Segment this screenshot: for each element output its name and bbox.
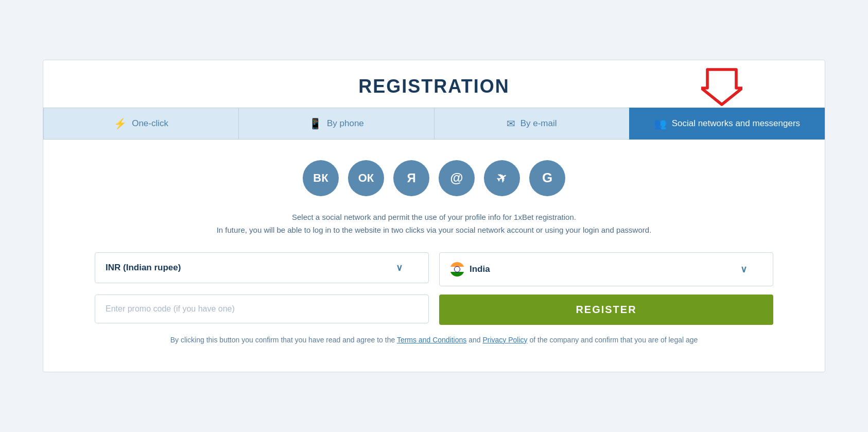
- telegram-button[interactable]: ✈: [484, 160, 520, 196]
- phone-icon: 📱: [309, 117, 322, 130]
- legal-text-before: By clicking this button you confirm that…: [170, 336, 395, 344]
- svg-marker-0: [701, 70, 742, 105]
- mailru-button[interactable]: @: [439, 160, 475, 196]
- tab-by-phone-label: By phone: [327, 118, 364, 129]
- description-line1: Select a social network and permit the u…: [95, 211, 773, 224]
- telegram-icon: ✈: [494, 169, 510, 186]
- country-label: India: [470, 264, 490, 274]
- lightning-icon: ⚡: [114, 117, 127, 130]
- tab-one-click-label: One-click: [132, 118, 168, 129]
- currency-select[interactable]: INR (Indian rupee) ∨: [95, 252, 429, 283]
- tab-social[interactable]: 👥 Social networks and messengers: [629, 108, 825, 140]
- description-line2: In future, you will be able to log in to…: [95, 223, 773, 237]
- register-field: REGISTER: [439, 295, 773, 325]
- tab-by-email-label: By e-mail: [520, 118, 557, 129]
- arrow-down-icon: [701, 65, 742, 107]
- promo-register-row: REGISTER: [95, 295, 773, 325]
- registration-container: REGISTRATION ⚡ One-click 📱 By phone ✉ By…: [43, 60, 825, 373]
- arrow-indicator: [701, 65, 742, 109]
- vk-button[interactable]: ВК: [303, 160, 339, 196]
- social-icon: 👥: [654, 117, 667, 130]
- terms-link[interactable]: Terms and Conditions: [397, 336, 466, 344]
- description-text: Select a social network and permit the u…: [95, 211, 773, 237]
- ok-icon: ОК: [358, 171, 374, 185]
- tabs-row: ⚡ One-click 📱 By phone ✉ By e-mail 👥 Soc…: [43, 108, 825, 140]
- tab-one-click[interactable]: ⚡ One-click: [43, 108, 238, 140]
- tab-by-email[interactable]: ✉ By e-mail: [434, 108, 629, 140]
- social-icons-row: ВК ОК Я @ ✈ G: [95, 160, 773, 196]
- promo-input[interactable]: [95, 295, 429, 323]
- legal-text: By clicking this button you confirm that…: [95, 334, 773, 347]
- tab-by-phone[interactable]: 📱 By phone: [238, 108, 433, 140]
- email-icon: ✉: [507, 117, 515, 130]
- currency-chevron: ∨: [396, 262, 403, 273]
- country-select[interactable]: India ∨: [439, 252, 773, 286]
- register-button[interactable]: REGISTER: [439, 295, 773, 325]
- page-title-wrapper: REGISTRATION: [43, 60, 825, 108]
- vk-icon: ВК: [313, 171, 328, 185]
- currency-country-row: INR (Indian rupee) ∨ India ∨: [95, 252, 773, 286]
- content-area: ВК ОК Я @ ✈ G Select a social network an…: [43, 140, 825, 357]
- currency-field: INR (Indian rupee) ∨: [95, 252, 429, 286]
- privacy-link[interactable]: Privacy Policy: [482, 336, 527, 344]
- country-chevron: ∨: [740, 264, 747, 275]
- country-field: India ∨: [439, 252, 773, 286]
- mailru-icon: @: [450, 170, 463, 186]
- currency-label: INR (Indian rupee): [106, 263, 181, 273]
- tab-social-label: Social networks and messengers: [672, 118, 800, 129]
- google-icon: G: [542, 170, 552, 186]
- ok-button[interactable]: ОК: [348, 160, 384, 196]
- yandex-button[interactable]: Я: [393, 160, 429, 196]
- india-flag-icon: [450, 262, 464, 277]
- promo-field: [95, 295, 429, 325]
- country-label-wrapper: India: [450, 262, 490, 277]
- google-button[interactable]: G: [529, 160, 565, 196]
- yandex-icon: Я: [407, 171, 415, 185]
